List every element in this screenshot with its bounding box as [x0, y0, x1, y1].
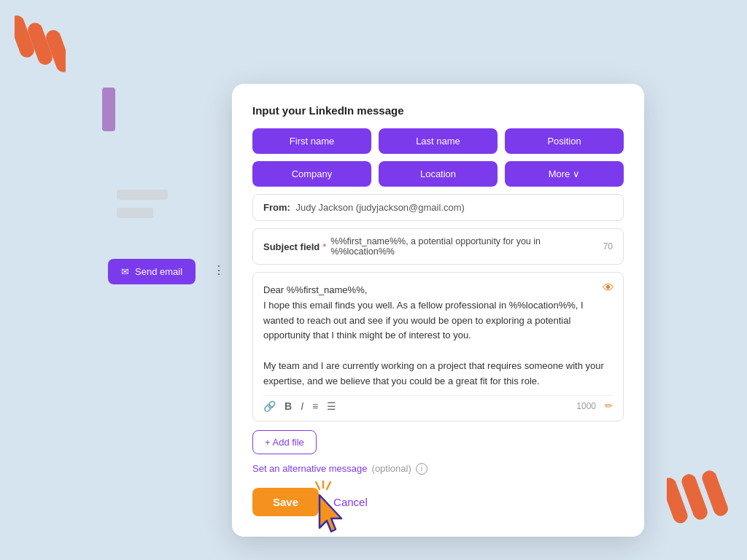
- send-email-options-dots[interactable]: ⋮: [213, 263, 225, 277]
- alt-message-row: Set an alternative message (optional) i: [252, 463, 624, 475]
- pencil-icon[interactable]: ✏: [605, 400, 613, 411]
- info-icon[interactable]: i: [416, 463, 427, 475]
- italic-icon[interactable]: I: [301, 400, 303, 412]
- tag-location[interactable]: Location: [379, 161, 498, 187]
- subject-field[interactable]: Subject field * %%first_name%%, a potent…: [252, 228, 624, 265]
- purple-bg-rect: [102, 88, 115, 131]
- svg-rect-3: [667, 475, 689, 525]
- svg-rect-4: [680, 472, 710, 522]
- chevron-down-icon: ∨: [573, 168, 580, 179]
- tag-company[interactable]: Company: [252, 161, 371, 187]
- swirl-top-left: [15, 15, 66, 83]
- tag-row-2: Company Location More ∨: [252, 161, 624, 187]
- svg-rect-0: [15, 15, 36, 60]
- gray-bg-line-1: [117, 190, 168, 200]
- svg-rect-1: [26, 20, 54, 66]
- link-icon[interactable]: 🔗: [263, 400, 276, 412]
- tag-first-name[interactable]: First name: [252, 128, 371, 154]
- tag-row-1: First name Last name Position: [252, 128, 624, 154]
- tag-more[interactable]: More ∨: [505, 161, 624, 187]
- cancel-button[interactable]: Cancel: [333, 496, 368, 508]
- subject-value: %%first_name%%, a potential opportunity …: [330, 236, 597, 257]
- save-label: Save: [273, 496, 298, 508]
- message-char-count: 1000: [576, 401, 596, 411]
- add-file-button[interactable]: + Add file: [252, 430, 317, 454]
- from-label: From:: [263, 202, 290, 213]
- ordered-list-icon[interactable]: ≡: [312, 400, 318, 412]
- alt-message-optional: (optional): [372, 463, 411, 474]
- save-button[interactable]: Save: [252, 488, 319, 516]
- tag-position[interactable]: Position: [505, 128, 624, 154]
- message-text: Dear %%first_name%%, I hope this email f…: [263, 283, 613, 389]
- linkedin-message-modal: Input your LinkedIn message First name L…: [232, 84, 644, 537]
- bold-icon[interactable]: B: [285, 400, 292, 412]
- tag-last-name[interactable]: Last name: [379, 128, 498, 154]
- action-row: Save Cancel: [252, 488, 624, 516]
- svg-rect-2: [44, 28, 66, 74]
- modal-title: Input your LinkedIn message: [252, 104, 624, 117]
- send-email-label: Send email: [135, 266, 182, 277]
- envelope-icon: ✉: [121, 266, 129, 277]
- subject-char-count: 70: [603, 241, 613, 252]
- swirl-bottom-right: [667, 470, 732, 545]
- subject-label: Subject field: [263, 241, 320, 252]
- alt-message-label[interactable]: Set an alternative message: [252, 463, 368, 474]
- svg-rect-5: [700, 470, 730, 518]
- from-value: Judy Jackson (judyjackson@gmail.com): [295, 202, 464, 213]
- send-email-button[interactable]: ✉ Send email: [108, 259, 196, 284]
- message-body-container[interactable]: 👁 Dear %%first_name%%, I hope this email…: [252, 272, 624, 421]
- subject-required: *: [322, 241, 326, 252]
- editor-toolbar: 🔗 B I ≡ ☰ 1000 ✏: [263, 395, 613, 415]
- gray-bg-line-2: [117, 208, 153, 218]
- tag-more-label: More: [549, 168, 570, 179]
- unordered-list-icon[interactable]: ☰: [327, 400, 336, 412]
- from-field: From: Judy Jackson (judyjackson@gmail.co…: [252, 194, 624, 221]
- eye-icon[interactable]: 👁: [603, 281, 614, 295]
